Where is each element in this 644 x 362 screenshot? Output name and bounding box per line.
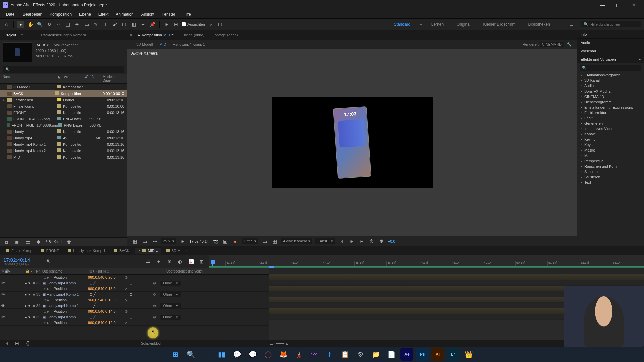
effect-category[interactable]: ▸Dienstprogramm <box>577 99 644 105</box>
help-search[interactable]: 🔍 <box>581 21 641 27</box>
crumb-3d[interactable]: 3D Modell <box>133 42 156 46</box>
menu-ansicht[interactable]: Ansicht <box>138 11 158 18</box>
layer-row[interactable]: 👁▸ ▾■ 34▣ Handy.mp4 Komp 1⊡ ╱⊡⊚ Ohne ▾ <box>0 303 269 309</box>
menu-hilfe[interactable]: Hilfe <box>179 11 194 18</box>
composition-canvas[interactable]: 17:03 <box>272 97 433 188</box>
layer-property-row[interactable]: ◇ ▸Position960,0,540,0,18,0⊚ <box>0 286 269 292</box>
viewer-timecode[interactable]: 17:02:40:14 <box>189 239 209 243</box>
workspace-menu-icon[interactable]: ≡ <box>420 22 422 26</box>
effects-search[interactable]: 🔍 <box>580 65 641 71</box>
vc-alpha-icon[interactable]: ▦ <box>131 238 138 245</box>
new-comp-icon[interactable]: ▣ <box>13 238 21 246</box>
zoom-tool[interactable]: 🔍 <box>36 21 43 28</box>
menu-bearbeiten[interactable]: Bearbeiten <box>19 11 46 18</box>
project-search[interactable]: 🔍 <box>3 66 124 73</box>
camera-select[interactable]: Aktive Kamera ▾ <box>281 238 312 244</box>
crumb-handy[interactable]: Handy.mp4 Komp 1 <box>170 42 208 46</box>
renderer-settings-icon[interactable]: 🔧 <box>567 42 572 46</box>
tl-blur-icon[interactable]: ◐ <box>176 258 184 265</box>
selection-tool[interactable]: ▸ <box>17 21 24 28</box>
footage-tab[interactable]: Footage (ohne) <box>210 32 240 38</box>
tl-toggle1-icon[interactable]: ⊡ <box>3 340 10 347</box>
timeline-tab[interactable]: FRONT <box>38 248 62 254</box>
project-row[interactable]: BACKKomposition0:00:10:00⊡ <box>0 90 127 97</box>
home-icon[interactable]: ⌂ <box>3 21 10 28</box>
widgets-icon[interactable]: ▮▮ <box>215 348 228 361</box>
effect-category[interactable]: ▸Rauschen und Korn <box>577 164 644 169</box>
notes-icon[interactable]: 📋 <box>339 348 352 361</box>
preview-panel[interactable]: Vorschau <box>577 47 644 55</box>
firefox-icon[interactable]: 🦊 <box>277 348 290 361</box>
layer-property-row[interactable]: ◇ ▸Position960,0,540,0,12,0⊚ <box>0 320 269 326</box>
project-row[interactable]: FRONTKomposition0:00:13:16 <box>0 109 127 116</box>
snap3-icon[interactable]: ⟐ <box>207 21 214 28</box>
project-row[interactable]: FRONT_RGB_1840886.pngPNG-Datei503 KB <box>0 122 127 128</box>
workspace-standard[interactable]: Standard <box>391 21 414 28</box>
snap-ext-icon[interactable]: ⊟ <box>172 21 180 28</box>
snap-icon[interactable]: ⊞ <box>163 21 170 28</box>
effect-category[interactable]: ▸Keys <box>577 142 644 147</box>
workspace-overflow-icon[interactable]: » <box>559 22 561 26</box>
layer-row[interactable]: 👁▸ ▾■ 32▣ Handy.mp4 Komp 1⊡ ╱⊡⊚ Ohne ▾ <box>0 280 269 286</box>
vc-glasses-icon[interactable]: 👓 <box>151 238 158 245</box>
messenger-icon[interactable]: 〰 <box>308 348 321 361</box>
project-row[interactable]: Handy.mp4 Komp 2Komposition0:00:13:16 <box>0 147 127 154</box>
effect-category[interactable]: ▸Perspektive <box>577 158 644 164</box>
effect-category[interactable]: ▸Fehlt <box>577 115 644 121</box>
timeline-tab[interactable]: Handy.mp4 Komp 1 <box>64 248 109 254</box>
start-icon[interactable]: ⊞ <box>169 348 182 361</box>
menu-effekt[interactable]: Effekt <box>95 11 112 18</box>
brush-tool[interactable]: 🖌 <box>111 21 118 28</box>
menu-ebene[interactable]: Ebene <box>76 11 94 18</box>
lightroom-icon[interactable]: Lr <box>447 348 460 361</box>
effect-category[interactable]: ▸Kanäle <box>577 131 644 137</box>
menu-datei[interactable]: Datei <box>3 11 19 18</box>
photoshop-icon[interactable]: Ps <box>416 348 429 361</box>
project-row[interactable]: Handy.mp4AVI... MB0:00:13:16 <box>0 135 127 141</box>
effect-category[interactable]: ▸Farbkorrektur <box>577 110 644 115</box>
views-select[interactable]: 1 Ansi... ▾ <box>315 238 335 244</box>
layer-tab[interactable]: Ebene (ohne) <box>180 32 207 38</box>
vc-i5-icon[interactable]: ✱ <box>378 238 385 245</box>
timeline-timecode[interactable]: 17:02:40:14 <box>3 257 40 263</box>
roi-icon[interactable]: ▭ <box>261 238 268 245</box>
info-panel[interactable]: Info <box>577 30 644 38</box>
timeline-tab[interactable]: BACK <box>111 248 133 254</box>
eraser-tool[interactable]: ◧ <box>130 21 137 28</box>
tl-shy-icon[interactable]: 👁 <box>166 258 173 265</box>
project-tab[interactable]: Projekt <box>3 32 18 38</box>
effect-category[interactable]: ▸Text <box>577 180 644 185</box>
workspace-kleiner[interactable]: Kleiner Bildschirm <box>480 21 519 28</box>
new-folder-icon[interactable]: 🗀 <box>24 238 32 246</box>
maximize-button[interactable]: ▢ <box>610 0 626 10</box>
exposure-value[interactable]: +0,0 <box>388 239 395 243</box>
vc-show-icon[interactable]: ▣ <box>221 238 229 245</box>
bit-depth[interactable]: 8-Bit-Kanal <box>46 240 62 244</box>
effect-category[interactable]: ▸Matte <box>577 153 644 158</box>
hand-tool[interactable]: ✋ <box>26 21 34 28</box>
switches-modes-toggle[interactable]: Schalter/Modi <box>141 342 161 345</box>
project-row[interactable]: 3D ModellKomposition <box>0 84 127 90</box>
layer-row[interactable]: 👁▸ ▾■ 33▣ Handy.mp4 Komp 1⊡ ╱⊡⊚ Ohne ▾ <box>0 292 269 297</box>
aftereffects-icon[interactable]: Ae <box>400 348 413 361</box>
tl-tool2-icon[interactable]: ✦ <box>155 258 162 265</box>
transparency-icon[interactable]: ▦ <box>271 238 278 245</box>
project-row[interactable]: MIDKomposition0:00:13:16 <box>0 154 127 160</box>
anchor-tool[interactable]: ⊕ <box>73 21 81 28</box>
composition-tab[interactable]: ▸ Komposition MID ≡ <box>136 32 175 38</box>
vc-i3-icon[interactable]: ⊟ <box>358 238 365 245</box>
viewport[interactable]: Aktive Kamera 17:03 <box>127 49 577 236</box>
illustrator-icon[interactable]: Ai <box>431 348 444 361</box>
interpret-icon[interactable]: ▦ <box>3 238 10 246</box>
effect-category[interactable]: ▸CINEMA 4D <box>577 94 644 99</box>
vc-mask-icon[interactable]: ▭ <box>141 238 148 245</box>
zoom-select[interactable]: 25 % ▾ <box>161 238 176 244</box>
vc-i1-icon[interactable]: ⊡ <box>338 238 345 245</box>
audio-panel[interactable]: Audio <box>577 39 644 47</box>
lighthouse-icon[interactable]: 🗼 <box>292 348 305 361</box>
project-row[interactable]: ▸ FarbflächenOrdner0:00:13:16 <box>0 97 127 103</box>
stamp-tool[interactable]: ⊡ <box>120 21 128 28</box>
close-tab-icon[interactable]: × <box>130 33 132 37</box>
effect-category[interactable]: ▸Maske <box>577 147 644 153</box>
obs-icon[interactable]: ⚙ <box>354 348 367 361</box>
